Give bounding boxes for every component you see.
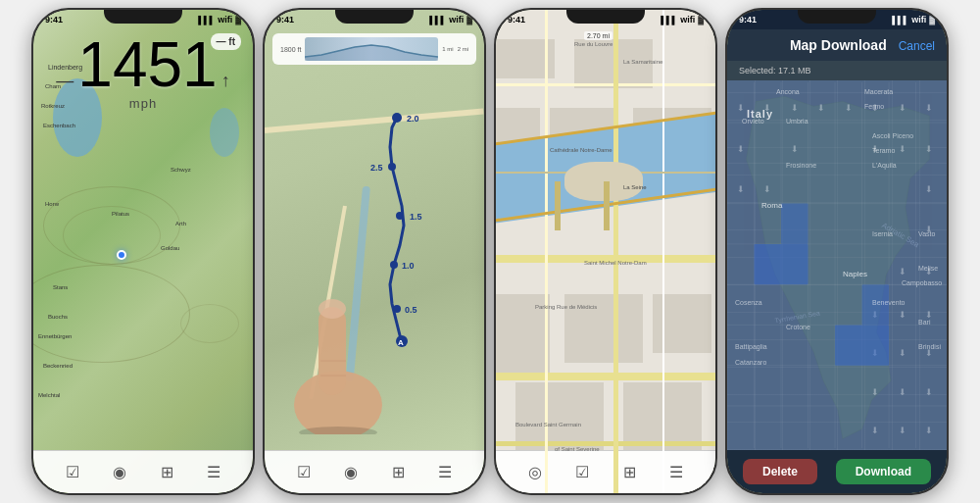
dist-label-2: 2 mi — [458, 46, 468, 52]
dist-label-1: 1 mi — [442, 46, 453, 52]
naples-label: Naples — [843, 270, 867, 278]
label-severine: of Saint Severine — [555, 446, 600, 452]
svg-text:⬇: ⬇ — [899, 144, 906, 154]
macerata-label: Macerata — [864, 88, 893, 95]
time-2: 9:41 — [276, 15, 294, 25]
cancel-button[interactable]: Cancel — [899, 39, 935, 53]
status-icons-2: ▌▌▌ wifi ▓ — [429, 15, 472, 25]
toolbar-checkbox-icon[interactable]: ☑ — [61, 461, 84, 484]
street-v-3 — [662, 10, 664, 493]
toolbar2-list-icon[interactable]: ☰ — [433, 461, 457, 484]
svg-point-9 — [393, 305, 401, 313]
bari-label: Bari — [918, 319, 930, 326]
toolbar3-list-icon[interactable]: ☰ — [664, 461, 688, 484]
svg-point-1 — [392, 113, 402, 123]
phone-3: 9:41 ▌▌▌ wifi ▓ — [494, 8, 717, 495]
battery-icon-4: ▓ — [929, 16, 935, 25]
notch-4 — [798, 10, 876, 24]
status-icons-4: ▌▌▌ wifi ▓ — [892, 15, 935, 25]
svg-text:⬇: ⬇ — [899, 387, 906, 397]
time-3: 9:41 — [508, 15, 525, 25]
svg-text:⬇: ⬇ — [899, 267, 906, 277]
wifi-icon-1: wifi — [218, 15, 232, 25]
scale-indicator: 2.70 mi — [584, 31, 612, 40]
battery-icon-2: ▓ — [466, 16, 472, 25]
delete-button[interactable]: Delete — [743, 459, 817, 484]
svg-text:⬇: ⬇ — [737, 144, 745, 154]
time-4: 9:41 — [739, 15, 757, 25]
toolbar-1: ☑ ◉ ⊞ ☰ — [33, 450, 253, 493]
catanzaro-label: Catanzaro — [735, 359, 766, 366]
toolbar2-checkbox-icon[interactable]: ☑ — [292, 461, 316, 484]
speed-arrow: ↑ — [221, 71, 230, 91]
benevento-label: Benevento — [872, 299, 905, 306]
svg-text:⬇: ⬇ — [737, 103, 745, 113]
svg-rect-68 — [781, 204, 808, 244]
street-h-3 — [496, 441, 715, 446]
isernia-label: Isernia — [872, 230, 893, 237]
notre-dame-label: Cathédrale Notre-Dame — [550, 147, 612, 153]
label-seine: La Seine — [623, 184, 647, 190]
download-button[interactable]: Download — [836, 459, 931, 484]
map2-terrain: 2.0 2.5 1.5 1.0 0.5 A — [265, 10, 484, 493]
street-major-2 — [496, 373, 715, 380]
time-1: 9:41 — [45, 15, 63, 25]
svg-point-7 — [390, 261, 398, 269]
svg-text:⬇: ⬇ — [763, 184, 771, 194]
toolbar-3: ◎ ☑ ⊞ ☰ — [496, 450, 715, 493]
signal-icon-1: ▌▌▌ — [198, 16, 215, 25]
toolbar3-layers-icon[interactable]: ⊞ — [617, 461, 641, 484]
svg-text:⬇: ⬇ — [925, 426, 933, 435]
svg-rect-67 — [755, 244, 808, 284]
elevation-bar: 1800 ft 1 mi 2 mi — [272, 33, 476, 65]
frosinone-label: Frosinone — [786, 162, 816, 169]
toolbar3-location-icon[interactable]: ◎ — [523, 461, 547, 484]
svg-text:⬇: ⬇ — [791, 103, 799, 113]
phone-1: 9:41 ▌▌▌ wifi ▓ — — [31, 8, 255, 495]
map-download-title: Map Download — [778, 37, 899, 53]
toolbar-list-icon[interactable]: ☰ — [202, 461, 225, 484]
toolbar3-checkbox-icon[interactable]: ☑ — [570, 461, 594, 484]
svg-text:1.5: 1.5 — [410, 212, 422, 222]
svg-text:⬇: ⬇ — [899, 348, 906, 358]
battery-icon-1: ▓ — [235, 16, 241, 25]
svg-text:⬇: ⬇ — [899, 426, 906, 435]
screen-1: 9:41 ▌▌▌ wifi ▓ — — [33, 10, 253, 493]
toolbar-circle-icon[interactable]: ◉ — [108, 461, 131, 484]
distance-labels: 1 mi 2 mi — [442, 46, 468, 52]
toolbar-2: ☑ ◉ ⊞ ☰ — [265, 450, 484, 493]
notch-3 — [566, 10, 645, 24]
label-louvre: Rue du Louvre — [574, 41, 612, 47]
vasto-label: Vasto — [918, 230, 935, 237]
wifi-icon-2: wifi — [449, 15, 464, 25]
map-label-eschenbach: Eschenbach — [43, 123, 75, 128]
elev-label-1: 1800 ft — [280, 46, 301, 53]
screen-3: 9:41 ▌▌▌ wifi ▓ — [496, 10, 715, 493]
grid-svg: ⬇ ⬇ ⬇ ⬇ ⬇ ⬇ ⬇ ⬇ ⬇ ⬇ ⬇ ⬇ ⬇ ⬇ ⬇ ⬇ ⬇ ⬇ ⬇ ⬇ — [727, 80, 947, 450]
altitude-badge: — ft — [211, 33, 241, 50]
battery-icon-3: ▓ — [698, 16, 704, 25]
altitude-value: — ft — [217, 36, 235, 47]
map-label-schwyz: Schwyz — [171, 167, 191, 173]
signal-icon-4: ▌▌▌ — [892, 16, 908, 25]
toolbar2-layers-icon[interactable]: ⊞ — [386, 461, 410, 484]
svg-text:⬇: ⬇ — [871, 426, 879, 435]
svg-text:⬇: ⬇ — [791, 144, 799, 154]
signal-icon-3: ▌▌▌ — [661, 16, 677, 25]
speed-value: 1451 — [77, 33, 217, 96]
svg-text:A: A — [398, 338, 404, 347]
battipaglia-label: Battipaglia — [735, 343, 767, 350]
svg-text:⬇: ⬇ — [845, 103, 853, 113]
svg-text:⬇: ⬇ — [817, 103, 825, 113]
elevation-chart — [305, 37, 438, 61]
toolbar-layers-icon[interactable]: ⊞ — [155, 461, 178, 484]
toolbar2-circle-icon[interactable]: ◉ — [339, 461, 363, 484]
finger-pointer — [284, 287, 392, 434]
bridge-1 — [555, 181, 561, 230]
teramo-label: Teramo — [872, 147, 895, 154]
finger-svg — [284, 287, 392, 434]
roma-label: Roma — [761, 201, 782, 210]
map-label-horw: Horw — [45, 201, 59, 207]
svg-point-3 — [388, 163, 396, 171]
label-parking: Parking Rue de Médicis — [535, 304, 597, 310]
